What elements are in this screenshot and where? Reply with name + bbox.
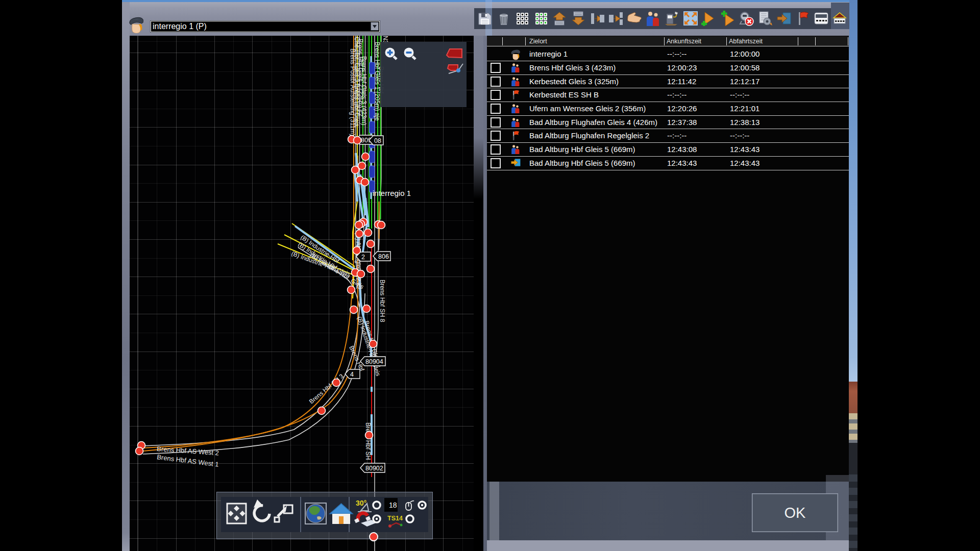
svg-text:08: 08 bbox=[374, 137, 381, 144]
svg-text:TS14: TS14 bbox=[387, 515, 403, 522]
svg-text:80904: 80904 bbox=[365, 358, 383, 365]
svg-text:Brens Hbf Gleis 3 (423m): Brens Hbf Gleis 3 (423m) bbox=[360, 56, 368, 125]
svg-text:80902: 80902 bbox=[365, 465, 383, 472]
svg-text:18: 18 bbox=[389, 501, 397, 509]
svg-text:interregio 1: interregio 1 bbox=[373, 189, 411, 197]
svg-text:Brens Hbf SH: Brens Hbf SH bbox=[364, 422, 372, 460]
svg-text:Brens Hbf SH 8: Brens Hbf SH 8 bbox=[379, 280, 386, 322]
svg-text:4: 4 bbox=[350, 371, 354, 378]
svg-text:806: 806 bbox=[378, 253, 389, 260]
svg-text:2: 2 bbox=[361, 254, 365, 261]
